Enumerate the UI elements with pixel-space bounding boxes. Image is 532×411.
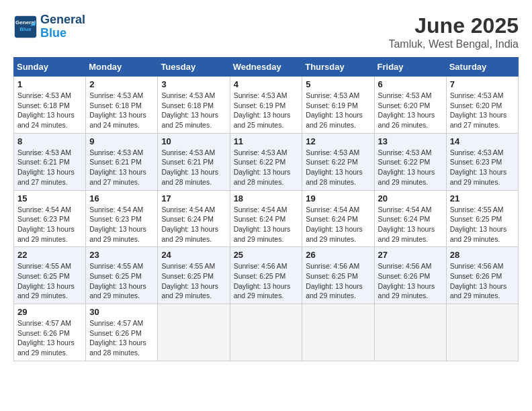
- day-number: 17: [161, 193, 226, 203]
- day-cell: 17Sunrise: 4:54 AM Sunset: 6:24 PM Dayli…: [158, 190, 230, 247]
- day-cell: [446, 304, 518, 361]
- day-info: Sunrise: 4:53 AM Sunset: 6:19 PM Dayligh…: [234, 91, 299, 130]
- week-row-4: 22Sunrise: 4:55 AM Sunset: 6:25 PM Dayli…: [14, 247, 519, 304]
- day-cell: 26Sunrise: 4:56 AM Sunset: 6:25 PM Dayli…: [302, 247, 374, 304]
- day-cell: 16Sunrise: 4:54 AM Sunset: 6:23 PM Dayli…: [86, 190, 158, 247]
- day-cell: 7Sunrise: 4:53 AM Sunset: 6:20 PM Daylig…: [446, 77, 518, 134]
- day-number: 23: [89, 250, 154, 260]
- day-info: Sunrise: 4:53 AM Sunset: 6:22 PM Dayligh…: [234, 148, 299, 187]
- day-number: 5: [306, 79, 370, 89]
- day-info: Sunrise: 4:53 AM Sunset: 6:23 PM Dayligh…: [450, 148, 515, 187]
- day-cell: 8Sunrise: 4:53 AM Sunset: 6:21 PM Daylig…: [14, 133, 86, 190]
- day-info: Sunrise: 4:54 AM Sunset: 6:23 PM Dayligh…: [89, 205, 154, 244]
- day-cell: 13Sunrise: 4:53 AM Sunset: 6:22 PM Dayli…: [374, 133, 446, 190]
- day-number: 11: [234, 136, 299, 146]
- weekday-header-sunday: Sunday: [14, 58, 86, 77]
- week-row-1: 1Sunrise: 4:53 AM Sunset: 6:18 PM Daylig…: [14, 77, 519, 134]
- header: General Blue General Blue June 2025 Taml…: [13, 13, 519, 50]
- day-info: Sunrise: 4:53 AM Sunset: 6:21 PM Dayligh…: [89, 148, 154, 187]
- day-info: Sunrise: 4:53 AM Sunset: 6:20 PM Dayligh…: [450, 91, 515, 130]
- day-info: Sunrise: 4:56 AM Sunset: 6:26 PM Dayligh…: [378, 261, 443, 301]
- day-cell: 10Sunrise: 4:53 AM Sunset: 6:21 PM Dayli…: [158, 133, 230, 190]
- day-cell: [158, 304, 230, 361]
- day-number: 30: [89, 307, 154, 317]
- weekday-header-friday: Friday: [374, 58, 446, 77]
- day-info: Sunrise: 4:57 AM Sunset: 6:26 PM Dayligh…: [89, 318, 154, 358]
- day-cell: [302, 304, 374, 361]
- day-info: Sunrise: 4:55 AM Sunset: 6:25 PM Dayligh…: [17, 261, 82, 301]
- day-number: 24: [161, 250, 226, 260]
- day-cell: 20Sunrise: 4:54 AM Sunset: 6:24 PM Dayli…: [374, 190, 446, 247]
- logo-icon: General Blue: [13, 15, 38, 39]
- day-number: 7: [450, 79, 515, 89]
- day-number: 15: [17, 193, 82, 203]
- day-cell: 22Sunrise: 4:55 AM Sunset: 6:25 PM Dayli…: [14, 247, 86, 304]
- day-info: Sunrise: 4:53 AM Sunset: 6:21 PM Dayligh…: [161, 148, 226, 187]
- day-cell: 21Sunrise: 4:55 AM Sunset: 6:25 PM Dayli…: [446, 190, 518, 247]
- day-number: 27: [378, 250, 443, 260]
- day-cell: 2Sunrise: 4:53 AM Sunset: 6:18 PM Daylig…: [86, 77, 158, 134]
- day-info: Sunrise: 4:54 AM Sunset: 6:24 PM Dayligh…: [378, 205, 443, 244]
- day-cell: 1Sunrise: 4:53 AM Sunset: 6:18 PM Daylig…: [14, 77, 86, 134]
- weekday-header-tuesday: Tuesday: [158, 58, 230, 77]
- day-info: Sunrise: 4:53 AM Sunset: 6:21 PM Dayligh…: [17, 148, 82, 187]
- day-cell: 6Sunrise: 4:53 AM Sunset: 6:20 PM Daylig…: [374, 77, 446, 134]
- day-cell: 9Sunrise: 4:53 AM Sunset: 6:21 PM Daylig…: [86, 133, 158, 190]
- day-cell: 4Sunrise: 4:53 AM Sunset: 6:19 PM Daylig…: [230, 77, 302, 134]
- day-cell: 5Sunrise: 4:53 AM Sunset: 6:19 PM Daylig…: [302, 77, 374, 134]
- day-info: Sunrise: 4:53 AM Sunset: 6:18 PM Dayligh…: [161, 91, 226, 130]
- day-cell: 29Sunrise: 4:57 AM Sunset: 6:26 PM Dayli…: [14, 304, 86, 361]
- day-info: Sunrise: 4:55 AM Sunset: 6:25 PM Dayligh…: [161, 261, 226, 301]
- day-cell: 15Sunrise: 4:54 AM Sunset: 6:23 PM Dayli…: [14, 190, 86, 247]
- day-info: Sunrise: 4:53 AM Sunset: 6:22 PM Dayligh…: [306, 148, 370, 187]
- day-cell: 23Sunrise: 4:55 AM Sunset: 6:25 PM Dayli…: [86, 247, 158, 304]
- day-cell: 14Sunrise: 4:53 AM Sunset: 6:23 PM Dayli…: [446, 133, 518, 190]
- day-number: 10: [161, 136, 226, 146]
- day-info: Sunrise: 4:53 AM Sunset: 6:20 PM Dayligh…: [378, 91, 443, 130]
- day-cell: 19Sunrise: 4:54 AM Sunset: 6:24 PM Dayli…: [302, 190, 374, 247]
- day-number: 21: [450, 193, 515, 203]
- day-info: Sunrise: 4:55 AM Sunset: 6:25 PM Dayligh…: [450, 205, 515, 244]
- day-cell: 24Sunrise: 4:55 AM Sunset: 6:25 PM Dayli…: [158, 247, 230, 304]
- title-area: June 2025 Tamluk, West Bengal, India: [388, 13, 519, 50]
- day-cell: [374, 304, 446, 361]
- day-number: 20: [378, 193, 443, 203]
- day-info: Sunrise: 4:57 AM Sunset: 6:26 PM Dayligh…: [17, 318, 82, 358]
- day-cell: 28Sunrise: 4:56 AM Sunset: 6:26 PM Dayli…: [446, 247, 518, 304]
- day-number: 29: [17, 307, 82, 317]
- day-number: 14: [450, 136, 515, 146]
- day-number: 8: [17, 136, 82, 146]
- day-number: 2: [89, 79, 154, 89]
- day-info: Sunrise: 4:53 AM Sunset: 6:19 PM Dayligh…: [306, 91, 370, 130]
- day-number: 28: [450, 250, 515, 260]
- weekday-header-row: SundayMondayTuesdayWednesdayThursdayFrid…: [14, 58, 519, 77]
- day-number: 3: [161, 79, 226, 89]
- day-info: Sunrise: 4:53 AM Sunset: 6:18 PM Dayligh…: [89, 91, 154, 130]
- week-row-5: 29Sunrise: 4:57 AM Sunset: 6:26 PM Dayli…: [14, 304, 519, 361]
- week-row-2: 8Sunrise: 4:53 AM Sunset: 6:21 PM Daylig…: [14, 133, 519, 190]
- day-info: Sunrise: 4:54 AM Sunset: 6:24 PM Dayligh…: [234, 205, 299, 244]
- logo-text-blue: Blue: [40, 27, 85, 40]
- svg-text:Blue: Blue: [19, 26, 32, 32]
- day-number: 19: [306, 193, 370, 203]
- day-info: Sunrise: 4:53 AM Sunset: 6:18 PM Dayligh…: [17, 91, 82, 130]
- day-number: 18: [234, 193, 299, 203]
- day-info: Sunrise: 4:53 AM Sunset: 6:22 PM Dayligh…: [378, 148, 443, 187]
- weekday-header-thursday: Thursday: [302, 58, 374, 77]
- day-cell: 30Sunrise: 4:57 AM Sunset: 6:26 PM Dayli…: [86, 304, 158, 361]
- day-number: 9: [89, 136, 154, 146]
- day-number: 13: [378, 136, 443, 146]
- day-number: 22: [17, 250, 82, 260]
- day-cell: [230, 304, 302, 361]
- day-info: Sunrise: 4:56 AM Sunset: 6:25 PM Dayligh…: [234, 261, 299, 301]
- month-title: June 2025: [388, 13, 519, 38]
- day-info: Sunrise: 4:54 AM Sunset: 6:24 PM Dayligh…: [306, 205, 370, 244]
- day-number: 4: [234, 79, 299, 89]
- day-info: Sunrise: 4:55 AM Sunset: 6:25 PM Dayligh…: [89, 261, 154, 301]
- day-info: Sunrise: 4:54 AM Sunset: 6:23 PM Dayligh…: [17, 205, 82, 244]
- calendar-table: SundayMondayTuesdayWednesdayThursdayFrid…: [13, 57, 519, 361]
- weekday-header-saturday: Saturday: [446, 58, 518, 77]
- day-number: 16: [89, 193, 154, 203]
- day-info: Sunrise: 4:54 AM Sunset: 6:24 PM Dayligh…: [161, 205, 226, 244]
- logo-text-general: General: [40, 13, 85, 27]
